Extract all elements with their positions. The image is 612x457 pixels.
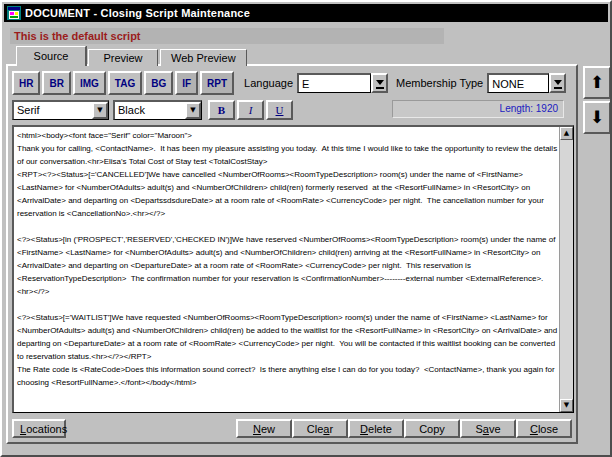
dropdown-underline-icon	[554, 87, 562, 89]
footer-button-row: Locations New Clear Delete Copy Save Clo…	[12, 419, 572, 439]
delete-button[interactable]: Delete	[348, 419, 404, 438]
record-navigation: ⬆ ⬇	[583, 66, 611, 136]
font-color-value: Black	[115, 102, 185, 119]
language-label: Language	[244, 77, 293, 89]
format-toolbar: Serif ▼ Black ▼ B I U Length: 1920	[12, 99, 572, 121]
title-bar: DOCUMENT - Closing Script Maintenance	[4, 4, 608, 22]
bold-button[interactable]: B	[208, 100, 235, 120]
chevron-down-icon	[376, 80, 384, 85]
tag-toolbar: HR BR IMG TAG BG IF RPT Language Members…	[12, 70, 566, 96]
app-window: DOCUMENT - Closing Script Maintenance Th…	[0, 0, 612, 457]
close-button[interactable]: Close	[516, 419, 572, 438]
membership-dropdown-button[interactable]	[549, 73, 566, 93]
membership-combo	[487, 73, 566, 93]
scroll-down-button[interactable]: ▼	[560, 399, 573, 412]
font-family-value: Serif	[14, 102, 92, 119]
dropdown-underline-icon	[376, 87, 384, 89]
img-tag-button[interactable]: IMG	[73, 71, 106, 95]
vertical-scrollbar[interactable]: ▲ ▼	[559, 127, 573, 412]
font-family-combo[interactable]: Serif ▼	[12, 100, 109, 120]
font-color-dropdown-button[interactable]: ▼	[185, 102, 201, 119]
copy-button[interactable]: Copy	[404, 419, 460, 438]
tab-source[interactable]: Source	[16, 46, 86, 66]
script-editor: ▲ ▼	[12, 125, 574, 413]
locations-button[interactable]: Locations	[12, 419, 66, 438]
membership-type-input[interactable]	[487, 73, 549, 93]
tag-tag-button[interactable]: TAG	[108, 71, 142, 95]
rpt-tag-button[interactable]: RPT	[200, 71, 234, 95]
chevron-down-icon	[554, 80, 562, 85]
move-down-button[interactable]: ⬇	[583, 101, 611, 134]
app-icon	[7, 6, 21, 20]
tab-bar: Source Preview Web Preview	[16, 46, 249, 66]
font-family-dropdown-button[interactable]: ▼	[92, 102, 108, 119]
tab-preview[interactable]: Preview	[88, 49, 158, 66]
scrollbar-track[interactable]	[560, 140, 573, 399]
script-textarea[interactable]	[14, 127, 559, 412]
move-up-button[interactable]: ⬆	[583, 66, 611, 99]
save-button[interactable]: Save	[460, 419, 516, 438]
source-panel: HR BR IMG TAG BG IF RPT Language Members…	[6, 64, 578, 444]
if-tag-button[interactable]: IF	[175, 71, 198, 95]
language-input[interactable]	[297, 73, 371, 93]
br-tag-button[interactable]: BR	[42, 71, 70, 95]
clear-button[interactable]: Clear	[292, 419, 348, 438]
down-arrow-icon: ⬇	[590, 107, 604, 127]
font-color-combo[interactable]: Black ▼	[113, 100, 202, 120]
hr-tag-button[interactable]: HR	[12, 71, 40, 95]
status-label: This is the default script	[10, 28, 444, 44]
membership-type-label: Membership Type	[396, 77, 483, 89]
new-button[interactable]: New	[236, 419, 292, 438]
language-dropdown-button[interactable]	[371, 73, 388, 93]
window-title: DOCUMENT - Closing Script Maintenance	[25, 7, 250, 19]
tab-web-preview[interactable]: Web Preview	[160, 49, 247, 66]
action-button-group: New Clear Delete Copy Save Close	[236, 419, 572, 438]
language-combo	[297, 73, 388, 93]
scroll-up-button[interactable]: ▲	[560, 127, 573, 140]
up-arrow-icon: ⬆	[590, 72, 604, 92]
bg-tag-button[interactable]: BG	[144, 71, 173, 95]
italic-button[interactable]: I	[237, 100, 264, 120]
underline-button[interactable]: U	[266, 100, 293, 120]
length-indicator: Length: 1920	[392, 100, 564, 118]
